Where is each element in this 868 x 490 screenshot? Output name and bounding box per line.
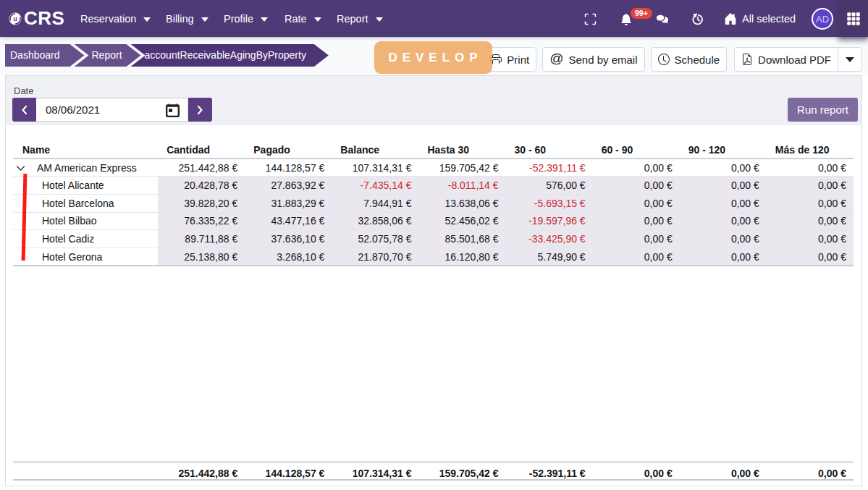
svg-text:u: u — [13, 15, 17, 22]
